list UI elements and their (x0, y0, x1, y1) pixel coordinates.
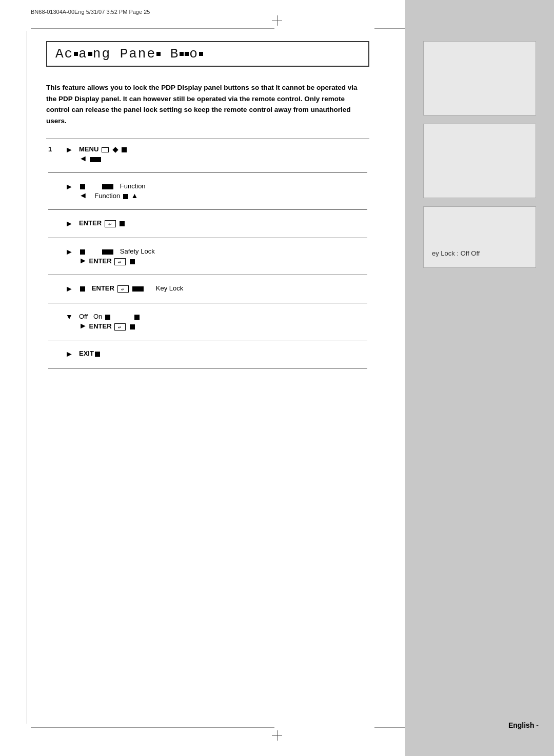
page-title: Acang Pane Bo (55, 46, 360, 62)
step-content-1: MENU ◄ (77, 142, 369, 166)
step-divider-7 (48, 368, 367, 369)
right-arrow-icon-5: ► (65, 284, 73, 293)
table-row (46, 231, 369, 244)
up-arrow-icon: ▲ (131, 191, 138, 200)
step-number-1: 1 (46, 142, 62, 166)
enter-icon-4: ↵ (114, 323, 126, 331)
step-divider-4 (48, 275, 367, 275)
step-divider (48, 172, 367, 173)
step-icon-6: ▼ (62, 309, 77, 334)
right-arrow-icon-4: ► (65, 247, 73, 256)
left-arrow-icon-2: ◄ (79, 191, 87, 200)
black-rect-5 (132, 286, 144, 292)
black-rect-1 (90, 157, 101, 162)
crosshair-bottom (272, 730, 282, 741)
screen-box-3: ey Lock : Off Off (423, 206, 536, 268)
step-number-empty-2 (46, 216, 62, 231)
screen-box-1 (423, 41, 536, 115)
step-line-2b: ◄ Function ▲ (79, 191, 367, 200)
table-row: ▼ Off On ► ENTER ↵ (46, 309, 369, 334)
down-arrow-icon: ▼ (66, 313, 73, 321)
header-text: BN68-01304A-00Eng 5/31/07 3:52 PM Page 2… (31, 9, 150, 15)
step-icon-2: ► (62, 179, 77, 203)
bottom-border-right (374, 727, 405, 728)
step-line-2a: Function (79, 182, 367, 190)
step-icon-1: ► (62, 142, 77, 166)
step-divider-5 (48, 303, 367, 303)
black-sq-6a (105, 315, 110, 320)
table-row: ► ENTER ↵ (46, 216, 369, 231)
table-row: ► Safety Lock ► ENTER ↵ (46, 244, 369, 268)
diamond-icon (112, 147, 118, 152)
sidebar-content: ey Lock : Off Off (405, 0, 554, 756)
step-content-6: Off On ► ENTER ↵ (77, 309, 369, 334)
black-sq-6c (130, 324, 135, 329)
divider-top (46, 139, 369, 139)
right-arrow-icon-4b: ► (79, 256, 87, 265)
page-container: ey Lock : Off Off English - BN68-01304A-… (0, 0, 554, 756)
step-divider-2 (48, 209, 367, 210)
step-number-empty-3 (46, 244, 62, 268)
table-row: ► EXIT (46, 346, 369, 362)
enter-icon-1: ↵ (105, 220, 116, 227)
menu-box-icon (102, 147, 109, 152)
steps-table: 1 ► MENU ◄ (46, 142, 369, 375)
screen-box-2 (423, 124, 536, 198)
step-content-7: EXIT (77, 346, 369, 362)
step-number-empty-1 (46, 179, 62, 203)
step-line-4a: Safety Lock (79, 247, 367, 255)
step-line-4b: ► ENTER ↵ (79, 256, 367, 265)
table-row (46, 362, 369, 375)
table-row (46, 166, 369, 179)
bottom-border-left (31, 727, 274, 728)
step-line-1a: MENU (79, 145, 367, 153)
table-row (46, 268, 369, 281)
step-icon-5: ► (62, 281, 77, 297)
step-content-2: Function ◄ Function ▲ (77, 179, 369, 203)
step-number-empty-6 (46, 346, 62, 362)
title-box: Acang Pane Bo (46, 41, 369, 67)
black-square-1 (122, 147, 127, 152)
description-text: This feature allows you to lock the PDP … (46, 82, 369, 126)
step-line-1b: ◄ (79, 154, 367, 163)
black-sq-4b (130, 259, 135, 264)
table-row (46, 334, 369, 346)
right-arrow-icon: ► (65, 145, 73, 154)
step-line-6a: Off On (79, 313, 367, 320)
left-arrow-icon-1: ◄ (79, 154, 87, 163)
right-arrow-icon-3: ► (65, 219, 73, 228)
step-icon-7: ► (62, 346, 77, 362)
step-divider-6 (48, 340, 367, 340)
table-row: 1 ► MENU ◄ (46, 142, 369, 166)
right-arrow-icon-6b: ► (79, 321, 87, 330)
main-content: Acang Pane Bo This feature allows you to… (31, 31, 380, 385)
step-icon-3: ► (62, 216, 77, 231)
step-content-3: ENTER ↵ (77, 216, 369, 231)
step-line-7a: EXIT (79, 350, 367, 357)
crosshair-top (272, 15, 282, 26)
black-sq-7 (95, 352, 100, 357)
step-icon-4: ► (62, 244, 77, 268)
key-lock-label: ey Lock : Off Off (432, 249, 480, 257)
top-border-right (374, 28, 405, 29)
black-sq-6b (134, 315, 140, 320)
black-sq-4a (80, 249, 85, 255)
right-arrow-icon-7: ► (65, 350, 73, 358)
right-sidebar: ey Lock : Off Off English - (405, 0, 554, 756)
right-arrow-icon-2: ► (65, 182, 73, 191)
black-sq-3 (120, 221, 125, 226)
table-row: ► ENTER ↵ Key Lock (46, 281, 369, 297)
step-number-empty-5 (46, 309, 62, 334)
black-sq-5a (80, 286, 85, 292)
enter-icon-3: ↵ (117, 285, 129, 293)
step-divider-3 (48, 238, 367, 238)
black-rect-4a (102, 249, 113, 255)
black-sq-2b (123, 194, 128, 199)
top-border-left (31, 28, 274, 29)
step-content-5: ENTER ↵ Key Lock (77, 281, 369, 297)
step-line-6b: ► ENTER ↵ (79, 321, 367, 331)
black-sq-2a (80, 184, 85, 189)
step-line-3a: ENTER ↵ (79, 219, 367, 227)
table-row (46, 297, 369, 309)
english-label: English - (508, 721, 539, 729)
